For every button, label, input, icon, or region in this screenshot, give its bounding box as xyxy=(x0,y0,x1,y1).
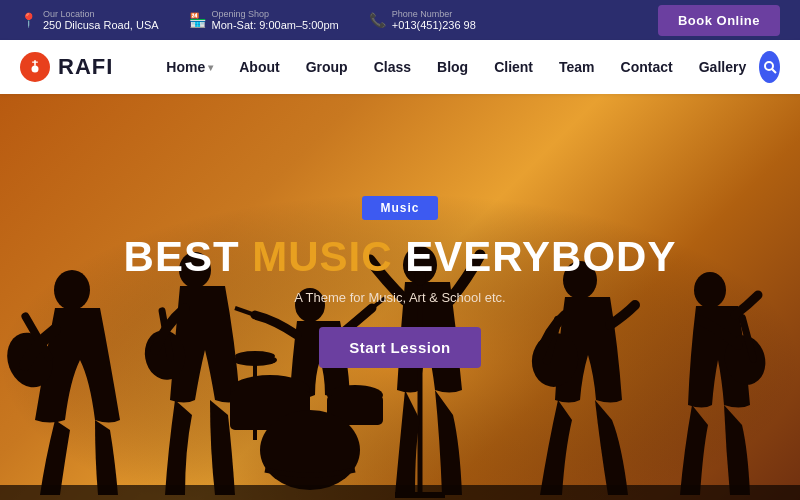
nav-item-class[interactable]: Class xyxy=(361,59,424,75)
logo-text: RAFI xyxy=(58,54,113,80)
nav-contact-label: Contact xyxy=(621,59,673,75)
nav-item-home[interactable]: Home ▾ xyxy=(153,59,226,75)
phone-info: 📞 Phone Number +013(451)236 98 xyxy=(369,9,476,31)
svg-point-3 xyxy=(765,62,773,70)
book-btn-wrap: Book Online xyxy=(658,5,780,36)
svg-point-15 xyxy=(230,375,310,405)
svg-point-0 xyxy=(32,66,39,73)
svg-rect-18 xyxy=(327,395,383,425)
hero-title-highlight: MUSIC xyxy=(252,233,392,280)
svg-point-22 xyxy=(260,410,360,490)
hero-title-start: BEST xyxy=(124,233,253,280)
nav-blog-label: Blog xyxy=(437,59,468,75)
search-icon xyxy=(763,60,777,74)
search-button[interactable] xyxy=(759,51,780,83)
nav-client-label: Client xyxy=(494,59,533,75)
svg-rect-32 xyxy=(738,313,758,363)
book-online-button[interactable]: Book Online xyxy=(658,5,780,36)
nav-item-blog[interactable]: Blog xyxy=(424,59,481,75)
svg-rect-8 xyxy=(20,311,54,363)
nav-team-label: Team xyxy=(559,59,595,75)
opening-icon: 🏪 xyxy=(189,12,206,28)
hero-content: Music BEST MUSIC EVERYBODY A Theme for M… xyxy=(124,196,677,368)
svg-point-31 xyxy=(719,331,771,390)
hero-section: Music BEST MUSIC EVERYBODY A Theme for M… xyxy=(0,94,800,500)
hero-title-end: EVERYBODY xyxy=(393,233,677,280)
nav-item-gallery[interactable]: Gallery xyxy=(686,59,759,75)
top-bar: 📍 Our Location 250 Dilcusa Road, USA 🏪 O… xyxy=(0,0,800,40)
opening-label: Opening Shop xyxy=(212,9,339,19)
svg-point-30 xyxy=(694,272,726,308)
svg-rect-1 xyxy=(34,60,36,66)
nav-item-team[interactable]: Team xyxy=(546,59,608,75)
opening-value: Mon-Sat: 9:00am–5:00pm xyxy=(212,19,339,31)
hero-badge: Music xyxy=(362,196,437,220)
phone-label: Phone Number xyxy=(392,9,476,19)
hero-subtitle: A Theme for Music, Art & School etc. xyxy=(294,290,505,305)
nav-home-label: Home xyxy=(166,59,205,75)
svg-line-4 xyxy=(772,69,776,73)
svg-rect-33 xyxy=(0,485,800,500)
svg-point-7 xyxy=(0,326,60,394)
nav-item-group[interactable]: Group xyxy=(293,59,361,75)
svg-point-17 xyxy=(327,385,383,405)
svg-rect-16 xyxy=(230,390,310,430)
logo-icon xyxy=(20,52,50,82)
svg-point-6 xyxy=(54,270,90,310)
location-info: 📍 Our Location 250 Dilcusa Road, USA xyxy=(20,9,159,31)
location-label: Our Location xyxy=(43,9,159,19)
nav-about-label: About xyxy=(239,59,279,75)
nav-bar: RAFI Home ▾ About Group Class Blog Clien… xyxy=(0,40,800,94)
svg-rect-2 xyxy=(32,62,38,63)
opening-info: 🏪 Opening Shop Mon-Sat: 9:00am–5:00pm xyxy=(189,9,339,31)
home-dropdown-icon: ▾ xyxy=(208,62,213,73)
hero-title: BEST MUSIC EVERYBODY xyxy=(124,234,677,280)
nav-links: Home ▾ About Group Class Blog Client Tea… xyxy=(153,59,759,75)
nav-item-contact[interactable]: Contact xyxy=(608,59,686,75)
start-lesson-button[interactable]: Start Lession xyxy=(319,327,481,368)
phone-icon: 📞 xyxy=(369,12,386,28)
nav-item-client[interactable]: Client xyxy=(481,59,546,75)
location-value: 250 Dilcusa Road, USA xyxy=(43,19,159,31)
logo-guitar-icon xyxy=(27,59,43,75)
nav-group-label: Group xyxy=(306,59,348,75)
nav-item-about[interactable]: About xyxy=(226,59,292,75)
nav-gallery-label: Gallery xyxy=(699,59,746,75)
nav-class-label: Class xyxy=(374,59,411,75)
phone-value: +013(451)236 98 xyxy=(392,19,476,31)
location-icon: 📍 xyxy=(20,12,37,28)
logo[interactable]: RAFI xyxy=(20,52,113,82)
